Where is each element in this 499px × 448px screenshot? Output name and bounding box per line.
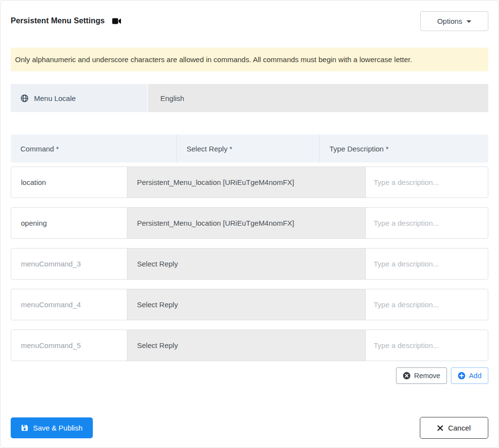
videocam-icon — [112, 18, 121, 24]
command-input-3[interactable] — [11, 249, 127, 279]
description-input-5[interactable] — [366, 330, 488, 361]
menu-locale-value: English — [148, 84, 488, 112]
menu-locale-selector[interactable]: Menu Locale — [11, 84, 148, 112]
description-input-4[interactable] — [366, 289, 488, 320]
command-cell — [11, 249, 127, 279]
command-row-2: Persistent_Menu_location [URiEuTgeM4nomF… — [11, 207, 488, 239]
menu-locale-label: Menu Locale — [34, 94, 76, 102]
add-row-button[interactable]: Add — [451, 367, 488, 384]
globe-icon — [20, 94, 29, 102]
chevron-down-icon — [466, 20, 471, 23]
command-cell — [11, 167, 127, 198]
command-input-4[interactable] — [11, 289, 127, 320]
options-button-label: Options — [437, 17, 463, 25]
remove-row-button[interactable]: Remove — [396, 367, 447, 384]
column-header-type-description: Type Description * — [319, 134, 488, 163]
command-row-4: Select Reply — [11, 289, 488, 320]
column-header-command: Command * — [11, 134, 176, 163]
cancel-button[interactable]: Cancel — [420, 417, 488, 439]
panel-title-group: Persistent Menu Settings — [11, 17, 121, 25]
cancel-button-label: Cancel — [448, 424, 471, 432]
floppy-disk-icon — [21, 424, 28, 431]
description-cell — [366, 289, 488, 320]
description-cell — [366, 167, 488, 198]
select-reply-value: Select Reply — [137, 341, 178, 349]
remove-button-label: Remove — [414, 372, 440, 380]
description-input-3[interactable] — [366, 249, 488, 279]
command-input-2[interactable] — [11, 208, 127, 238]
x-icon — [437, 425, 443, 431]
description-cell — [366, 249, 488, 279]
description-input-1[interactable] — [366, 167, 488, 198]
save-publish-button[interactable]: Save & Publish — [11, 417, 93, 438]
command-cell — [11, 330, 127, 361]
commands-table-header: Command * Select Reply * Type Descriptio… — [11, 134, 488, 163]
select-reply-dropdown-2[interactable]: Persistent_Menu_location [URiEuTgeM4nomF… — [127, 208, 366, 238]
description-cell — [366, 330, 488, 361]
save-publish-label: Save & Publish — [33, 424, 83, 432]
persistent-menu-settings-panel: Persistent Menu Settings Options Only al… — [0, 0, 499, 448]
command-cell — [11, 208, 127, 238]
command-input-1[interactable] — [11, 167, 127, 198]
command-rules-alert: Only alphanumeric and underscore charact… — [11, 48, 488, 71]
description-cell — [366, 208, 488, 238]
select-reply-dropdown-4[interactable]: Select Reply — [127, 289, 366, 320]
select-reply-dropdown-5[interactable]: Select Reply — [127, 330, 366, 361]
command-input-5[interactable] — [11, 330, 127, 361]
row-actions: Remove Add — [11, 367, 488, 384]
menu-locale-row: Menu Locale English — [11, 84, 488, 112]
options-button[interactable]: Options — [420, 11, 488, 31]
menu-locale-value-text: English — [160, 94, 184, 102]
command-row-1: Persistent_Menu_location [URiEuTgeM4nomF… — [11, 166, 488, 198]
alert-text: Only alphanumeric and underscore charact… — [15, 55, 412, 64]
select-reply-value: Select Reply — [137, 260, 178, 268]
panel-footer: Save & Publish Cancel — [11, 417, 488, 439]
panel-header: Persistent Menu Settings Options — [11, 11, 488, 31]
description-input-2[interactable] — [366, 208, 488, 238]
select-reply-value: Select Reply — [137, 300, 178, 309]
plus-circle-icon — [458, 372, 465, 380]
add-button-label: Add — [469, 372, 482, 380]
column-header-select-reply: Select Reply * — [176, 134, 319, 163]
command-row-3: Select Reply — [11, 248, 488, 280]
times-circle-icon — [403, 372, 411, 380]
select-reply-dropdown-3[interactable]: Select Reply — [127, 249, 366, 279]
select-reply-dropdown-1[interactable]: Persistent_Menu_location [URiEuTgeM4nomF… — [127, 167, 366, 198]
select-reply-value: Persistent_Menu_location [URiEuTgeM4nomF… — [137, 219, 294, 227]
command-row-5: Select Reply — [11, 330, 488, 361]
select-reply-value: Persistent_Menu_location [URiEuTgeM4nomF… — [137, 178, 294, 186]
page-title: Persistent Menu Settings — [11, 17, 105, 25]
command-cell — [11, 289, 127, 320]
